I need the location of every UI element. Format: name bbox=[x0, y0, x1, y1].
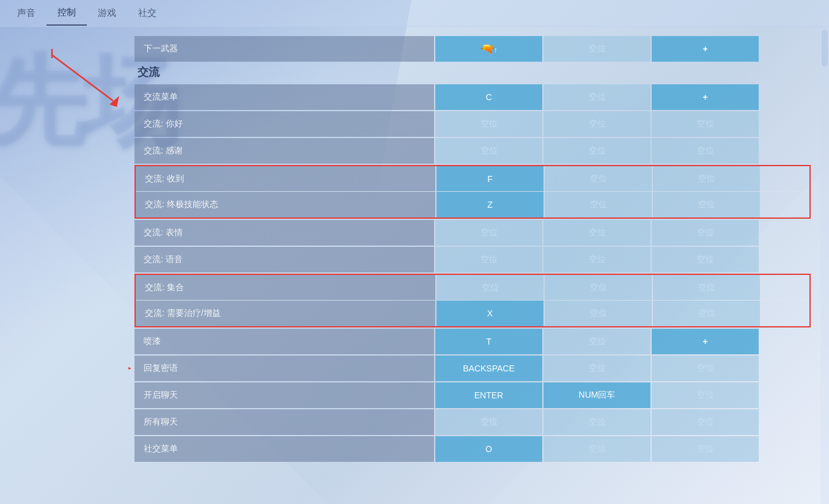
row-comm-received: 交流: 收到 F 空位 空位 bbox=[136, 166, 809, 192]
nav-bar: 声音 控制 游戏 社交 bbox=[0, 0, 829, 27]
key1-comm-received[interactable]: F bbox=[437, 166, 543, 191]
row-next-weapon: 下一武器 🔫↑ 空位 + bbox=[134, 36, 811, 62]
key1-next-weapon[interactable]: 🔫↑ bbox=[435, 36, 542, 62]
label-comm-gather: 交流: 集合 bbox=[136, 275, 435, 300]
svg-marker-3 bbox=[109, 96, 119, 107]
key1-reply[interactable]: BACKSPACE bbox=[435, 356, 542, 381]
label-next-weapon: 下一武器 bbox=[134, 36, 434, 62]
key1-social-menu[interactable]: O bbox=[435, 436, 542, 462]
main-content: 下一武器 🔫↑ 空位 + 交流 交流菜单 C 空位 + 交流: 你好 空位 空位… bbox=[128, 27, 817, 504]
label-comm-voice: 交流: 语音 bbox=[134, 247, 434, 272]
svg-line-2 bbox=[52, 55, 113, 101]
arrow-top-annotation bbox=[34, 46, 138, 119]
key2-comm-heal[interactable]: 空位 bbox=[545, 301, 652, 326]
red-group-2: 交流: 集合 空位 空位 空位 交流: 需要治疗/增益 X 空位 空位 bbox=[134, 274, 811, 327]
key2-spray[interactable]: 空位 bbox=[543, 329, 650, 354]
key3-reply[interactable]: 空位 bbox=[652, 356, 759, 381]
key3-comm-ult[interactable]: 空位 bbox=[653, 192, 760, 217]
key2-comm-emote[interactable]: 空位 bbox=[543, 220, 650, 246]
key3-social-menu[interactable]: 空位 bbox=[652, 436, 759, 462]
row-comm-menu: 交流菜单 C 空位 + bbox=[134, 84, 811, 110]
label-comm-heal: 交流: 需要治疗/增益 bbox=[136, 301, 435, 326]
key3-comm-menu[interactable]: + bbox=[652, 84, 759, 110]
label-all-chat: 所有聊天 bbox=[134, 409, 434, 435]
scrollbar-thumb[interactable] bbox=[822, 30, 828, 67]
key1-comm-heal[interactable]: X bbox=[437, 301, 543, 326]
key3-comm-hello[interactable]: 空位 bbox=[652, 111, 759, 137]
key2-comm-menu[interactable]: 空位 bbox=[543, 84, 650, 110]
row-all-chat: 所有聊天 空位 空位 空位 bbox=[134, 409, 811, 435]
row-spray: 喷漆 T 空位 + bbox=[134, 329, 811, 354]
label-spray: 喷漆 bbox=[134, 329, 434, 354]
label-comm-emote: 交流: 表情 bbox=[134, 220, 434, 246]
key3-comm-heal[interactable]: 空位 bbox=[653, 301, 760, 326]
key1-comm-emote[interactable]: 空位 bbox=[435, 220, 542, 246]
row-comm-gather: 交流: 集合 空位 空位 空位 bbox=[136, 275, 809, 301]
key2-comm-gather[interactable]: 空位 bbox=[545, 275, 652, 300]
row-open-chat: 开启聊天 ENTER NUM回车 空位 bbox=[134, 382, 811, 408]
row-comm-voice: 交流: 语音 空位 空位 空位 bbox=[134, 247, 811, 272]
row-comm-emote: 交流: 表情 空位 空位 空位 bbox=[134, 220, 811, 246]
key3-open-chat[interactable]: 空位 bbox=[652, 382, 759, 408]
gun-icon: 🔫↑ bbox=[481, 42, 498, 56]
key2-next-weapon[interactable]: 空位 bbox=[543, 36, 650, 62]
red-group-1: 交流: 收到 F 空位 空位 交流: 终极技能状态 Z 空位 空位 bbox=[134, 165, 811, 219]
key1-all-chat[interactable]: 空位 bbox=[435, 409, 542, 435]
key1-comm-thanks[interactable]: 空位 bbox=[435, 138, 542, 164]
key1-spray[interactable]: T bbox=[435, 329, 542, 354]
key3-comm-received[interactable]: 空位 bbox=[653, 166, 760, 191]
row-comm-thanks: 交流: 感谢 空位 空位 空位 bbox=[134, 138, 811, 164]
row-comm-ult: 交流: 终极技能状态 Z 空位 空位 bbox=[136, 192, 809, 217]
label-comm-menu: 交流菜单 bbox=[134, 84, 434, 110]
key2-social-menu[interactable]: 空位 bbox=[543, 436, 650, 462]
label-reply: 回复密语 bbox=[134, 356, 434, 381]
nav-item-game[interactable]: 游戏 bbox=[87, 1, 127, 25]
nav-item-social[interactable]: 社交 bbox=[127, 1, 168, 25]
scrollbar[interactable] bbox=[820, 27, 829, 504]
key3-comm-emote[interactable]: 空位 bbox=[652, 220, 759, 246]
key3-comm-thanks[interactable]: 空位 bbox=[652, 138, 759, 164]
key3-comm-voice[interactable]: 空位 bbox=[652, 247, 759, 272]
key2-reply[interactable]: 空位 bbox=[543, 356, 650, 381]
key2-comm-voice[interactable]: 空位 bbox=[543, 247, 650, 272]
key1-open-chat[interactable]: ENTER bbox=[435, 382, 542, 408]
key1-comm-gather[interactable]: 空位 bbox=[437, 275, 543, 300]
key3-next-weapon[interactable]: + bbox=[652, 36, 759, 62]
section-communication: 交流 bbox=[134, 65, 811, 79]
key2-all-chat[interactable]: 空位 bbox=[543, 409, 650, 435]
key1-comm-hello[interactable]: 空位 bbox=[435, 111, 542, 137]
key2-open-chat[interactable]: NUM回车 bbox=[543, 382, 650, 408]
key2-comm-ult[interactable]: 空位 bbox=[545, 192, 652, 217]
row-comm-heal: 交流: 需要治疗/增益 X 空位 空位 bbox=[136, 301, 809, 326]
key3-all-chat[interactable]: 空位 bbox=[652, 409, 759, 435]
svg-marker-1 bbox=[128, 365, 131, 372]
key2-comm-received[interactable]: 空位 bbox=[545, 166, 652, 191]
row-social-menu: 社交菜单 O 空位 空位 bbox=[134, 436, 811, 462]
key1-comm-voice[interactable]: 空位 bbox=[435, 247, 542, 272]
label-comm-thanks: 交流: 感谢 bbox=[134, 138, 434, 164]
label-comm-ult: 交流: 终极技能状态 bbox=[136, 192, 435, 217]
arrow-right bbox=[128, 362, 131, 374]
key1-comm-menu[interactable]: C bbox=[435, 84, 542, 110]
label-comm-received: 交流: 收到 bbox=[136, 166, 435, 191]
key2-comm-hello[interactable]: 空位 bbox=[543, 111, 650, 137]
key3-spray[interactable]: + bbox=[652, 329, 759, 354]
key1-comm-ult[interactable]: Z bbox=[437, 192, 543, 217]
row-reply: 回复密语 BACKSPACE 空位 空位 bbox=[134, 356, 811, 381]
nav-item-control[interactable]: 控制 bbox=[46, 1, 87, 26]
key3-comm-gather[interactable]: 空位 bbox=[653, 275, 760, 300]
label-social-menu: 社交菜单 bbox=[134, 436, 434, 462]
nav-item-sound[interactable]: 声音 bbox=[6, 1, 46, 25]
key2-comm-thanks[interactable]: 空位 bbox=[543, 138, 650, 164]
label-comm-hello: 交流: 你好 bbox=[134, 111, 434, 137]
label-open-chat: 开启聊天 bbox=[134, 382, 434, 408]
row-comm-hello: 交流: 你好 空位 空位 空位 bbox=[134, 111, 811, 137]
